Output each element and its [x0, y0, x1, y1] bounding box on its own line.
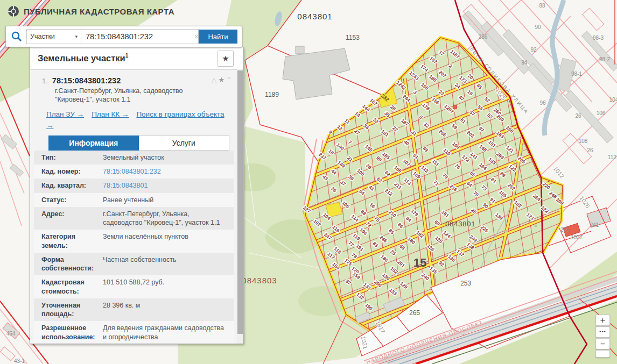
map-label: 98-3: [593, 35, 604, 41]
map-label: 253: [460, 280, 471, 287]
map-label: 1037: [571, 234, 583, 240]
zoom-in-button[interactable]: +: [595, 315, 610, 326]
table-row: Форма собственности:Частная собственност…: [34, 253, 234, 276]
extra-map-button[interactable]: [595, 350, 610, 358]
table-row: Кадастровая стоимость:101 510 588,72 руб…: [34, 275, 234, 298]
tab-information[interactable]: Информация: [48, 135, 139, 151]
map-label: 1026: [578, 195, 591, 209]
map-label: 88: [539, 3, 545, 9]
map-label: 0843801: [445, 220, 475, 228]
panel-body: 1.78:15:0843801:232 △★⌃ г.Санкт-Петербур…: [30, 69, 237, 344]
map-label: 241: [590, 222, 599, 228]
table-row: Кад. квартал:78:15:0843801: [34, 179, 234, 192]
table-row: Тип:Земельный участок: [34, 151, 234, 165]
map-label: 92: [530, 47, 537, 53]
search-category-dropdown[interactable]: Участки ▾: [26, 29, 81, 44]
tab-services[interactable]: Услуги: [139, 135, 230, 151]
find-button[interactable]: Найти: [199, 30, 237, 44]
panel-title: Земельные участки1: [38, 53, 128, 63]
table-row: Категория земель:Земли населённых пункто…: [34, 230, 234, 253]
table-row: Адрес:г.Санкт-Петербург, Ульянка, садово…: [34, 207, 234, 230]
map-label: 104: [609, 97, 617, 103]
search-bar: Участки ▾ × Найти: [5, 26, 242, 47]
results-panel: Земельные участки1 ★ 1.78:15:0843801:232…: [30, 47, 244, 344]
scrollbar-thumb[interactable]: [237, 70, 243, 334]
map-label: 26: [587, 147, 593, 153]
favorites-button[interactable]: ★: [218, 51, 234, 67]
map-label: 26: [575, 113, 581, 119]
panel-title-sup: 1: [125, 53, 129, 59]
map-label: 454: [6, 331, 16, 337]
table-row: Уточненная площадь:28 396 кв. м: [34, 298, 234, 322]
chevron-down-icon: ▾: [75, 34, 78, 39]
map-label: 108: [579, 138, 588, 144]
table-row: Разрешенное использование:Для ведения гр…: [34, 321, 234, 344]
map-label: 1189: [265, 91, 279, 98]
collapse-icon[interactable]: ⌃: [226, 76, 234, 84]
map-label: 98-1: [571, 71, 582, 77]
result-cad-number: 78:15:0843801:232: [52, 76, 121, 85]
zoom-more-button[interactable]: •••: [595, 326, 610, 338]
map-label: 96: [539, 100, 546, 106]
result-index: 1.: [42, 77, 48, 85]
map-label: 0843803: [242, 276, 277, 285]
map-label: 0843801: [297, 12, 332, 21]
map-label: 43-1: [14, 358, 25, 364]
zoom-out-button[interactable]: −: [595, 338, 610, 349]
result-links: План ЗУ →План КК →Поиск в границах объек…: [46, 109, 229, 131]
map-label: 265: [409, 309, 420, 317]
map-label: 15: [413, 256, 426, 269]
cad-number-link[interactable]: 78:15:0843801:232: [103, 167, 234, 176]
map-label: 1012: [552, 165, 566, 179]
plan-kk-link[interactable]: План КК →: [92, 110, 129, 118]
info-table: Тип:Земельный участок Кад. номер:78:15:0…: [34, 151, 234, 344]
map-label: 112: [608, 154, 616, 160]
pkk-app: { "app": { "title": "ПУБЛИЧНАЯ КАДАСТРОВ…: [0, 0, 617, 364]
cad-quarter-link[interactable]: 78:15:0843801: [103, 181, 234, 190]
panel-scrollbar[interactable]: [237, 69, 243, 344]
result-address: г.Санкт-Петербург, Ульянка, садоводство …: [55, 87, 235, 104]
plan-zu-link[interactable]: План ЗУ →: [46, 110, 84, 118]
map-zoom-controls: + ••• −: [595, 315, 610, 358]
map-label: 286: [479, 34, 488, 40]
table-row: Статус:Ранее учтенный: [34, 193, 234, 207]
table-row: Кад. номер:78:15:0843801:232: [34, 165, 234, 179]
map-label: 106: [597, 110, 606, 116]
pkk-logo-icon: [8, 5, 19, 17]
star-icon: ★: [222, 54, 229, 63]
search-category-label: Участки: [30, 33, 55, 40]
panel-header: Земельные участки1 ★: [30, 47, 243, 70]
map-label: 90: [535, 24, 541, 30]
search-icon[interactable]: [10, 30, 23, 43]
app-title: ПУБЛИЧНАЯ КАДАСТРОВАЯ КАРТА: [24, 7, 174, 16]
clear-search-icon[interactable]: ×: [194, 32, 199, 41]
map-label: 98-2: [599, 56, 610, 62]
result-item: 1.78:15:0843801:232 △★⌃ г.Санкт-Петербур…: [30, 69, 237, 151]
map-label: 255: [560, 227, 570, 233]
map-label: 94: [521, 60, 528, 66]
search-input[interactable]: [81, 29, 199, 44]
warning-icon[interactable]: △: [211, 76, 218, 84]
app-header: ПУБЛИЧНАЯ КАДАСТРОВАЯ КАРТА: [8, 5, 174, 17]
star-icon[interactable]: ★: [218, 76, 226, 84]
tabs: Информация Услуги: [48, 135, 229, 151]
result-icons: △★⌃: [211, 76, 234, 84]
map-label: 1153: [346, 34, 360, 41]
